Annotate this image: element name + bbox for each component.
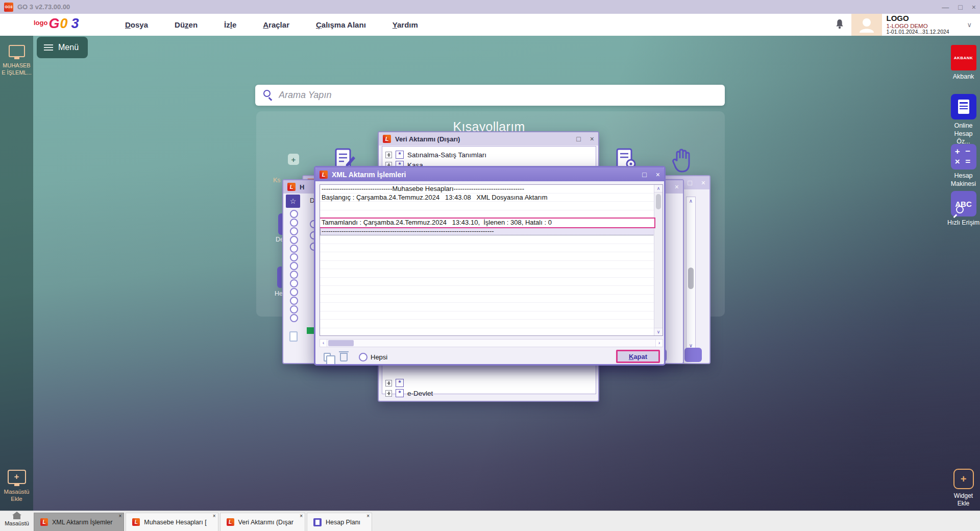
tree-expand-icon[interactable] <box>385 380 392 387</box>
log-row[interactable]: Tamamlandı : Çarşamba.24.Temmuz.2024 13:… <box>320 219 654 227</box>
taskbar-tab[interactable]: L Veri Aktarımı (Dışar × <box>220 513 305 531</box>
taskbar-tab[interactable]: L Muhasebe Hesapları [ × <box>126 513 218 531</box>
menu-item[interactable]: Düzen <box>175 20 198 29</box>
row-checkbox[interactable] <box>290 271 298 279</box>
log-row[interactable] <box>320 261 654 270</box>
menu-item[interactable]: Çalışma Alanı <box>316 20 366 29</box>
menu-item[interactable]: Dosya <box>125 20 148 29</box>
widget-add-button[interactable]: + Widget Ekle <box>947 469 980 508</box>
log-list[interactable]: --------------------------------Muhasebe… <box>320 184 663 336</box>
row-checkbox[interactable] <box>290 253 298 261</box>
log-row[interactable] <box>320 320 654 328</box>
search-bar[interactable] <box>255 85 725 106</box>
star-column-header[interactable]: ☆ <box>286 195 300 208</box>
log-row[interactable] <box>320 210 654 219</box>
menu-item[interactable]: İzle <box>224 20 236 29</box>
tab-close-icon[interactable]: × <box>300 514 303 519</box>
scrollbar-thumb[interactable] <box>688 268 694 289</box>
menu-item[interactable]: Yardım <box>393 20 418 29</box>
scroll-down-icon[interactable]: ∨ <box>654 328 663 335</box>
row-checkbox[interactable] <box>290 305 298 313</box>
log-row[interactable]: --------------------------------Muhasebe… <box>320 185 654 194</box>
close-icon[interactable]: × <box>675 183 679 191</box>
taskbar-tab[interactable]: L XML Aktarım İşlemler × <box>34 513 124 531</box>
trash-icon[interactable] <box>340 353 348 361</box>
sidebar-item-hizli-erisim[interactable]: ABC Hızlı Erişim <box>947 191 980 227</box>
log-row[interactable] <box>320 235 654 244</box>
tree-check-icon[interactable]: * <box>396 389 404 397</box>
tree-check-icon[interactable]: * <box>396 379 404 387</box>
copy-icon[interactable] <box>324 353 331 361</box>
sidebar-item-hesap-makinesi[interactable]: + − × = Hesap Makinesi <box>947 144 980 188</box>
log-row[interactable] <box>320 328 654 336</box>
row-checkbox[interactable] <box>290 279 298 287</box>
log-row[interactable] <box>320 311 654 320</box>
shortcut-hand-icon[interactable] <box>672 148 694 176</box>
tab-close-icon[interactable]: × <box>366 514 370 519</box>
tree-expand-icon[interactable] <box>385 390 392 397</box>
scroll-left-icon[interactable]: ‹ <box>320 340 327 347</box>
notification-bell-icon[interactable] <box>835 19 844 31</box>
scrollbar-thumb[interactable] <box>656 194 661 209</box>
horizontal-scrollbar[interactable]: ‹ › <box>320 339 663 347</box>
chevron-down-icon[interactable]: ∨ <box>967 21 972 29</box>
taskbar-home-button[interactable]: Masaüstü <box>0 511 34 531</box>
log-row[interactable] <box>320 244 654 253</box>
dialog-titlebar[interactable]: L Veri Aktarımı (Dışarı) □ × <box>379 132 598 146</box>
close-icon[interactable]: × <box>590 135 594 143</box>
tab-close-icon[interactable]: × <box>118 514 121 519</box>
scroll-right-icon[interactable]: › <box>655 340 663 347</box>
maximize-icon[interactable]: □ <box>576 135 580 143</box>
row-checkbox[interactable] <box>290 245 298 253</box>
log-row[interactable] <box>320 252 654 261</box>
log-row[interactable] <box>320 202 654 210</box>
log-row[interactable] <box>320 295 654 303</box>
log-row[interactable] <box>320 286 654 295</box>
maximize-icon[interactable]: □ <box>642 171 646 179</box>
sidebar-item-online-hesap[interactable]: Online Hesap Öz... <box>947 94 980 146</box>
row-checkbox[interactable] <box>290 219 298 227</box>
row-checkbox[interactable] <box>290 297 298 305</box>
avatar[interactable] <box>851 14 882 36</box>
scrollbar-thumb[interactable] <box>328 340 354 346</box>
close-icon[interactable]: × <box>701 179 705 187</box>
kapat-button[interactable]: Kapat <box>616 350 660 363</box>
maximize-icon[interactable]: □ <box>958 3 962 11</box>
scroll-up-icon[interactable]: ∧ <box>687 198 695 204</box>
add-shortcut-button[interactable]: + <box>288 154 299 165</box>
close-icon[interactable]: × <box>972 3 976 11</box>
menu-item[interactable]: Araçlar <box>263 20 289 29</box>
scroll-up-icon[interactable]: ∧ <box>654 185 663 192</box>
tree-row[interactable]: * <box>382 378 596 388</box>
vertical-scrollbar[interactable]: ∧ ∨ <box>686 197 696 350</box>
tree-row[interactable]: * Satınalma-Satış Tanımları <box>382 150 596 160</box>
tree-expand-icon[interactable] <box>385 152 392 158</box>
row-checkbox[interactable] <box>290 314 298 322</box>
log-row[interactable] <box>320 278 654 286</box>
log-row[interactable]: ----------------------------------------… <box>320 227 654 236</box>
desktop-add-button[interactable]: + Masaüstü Ekle <box>0 470 33 503</box>
dialog-titlebar[interactable]: L XML Aktarım İşlemleri □ × <box>315 167 664 181</box>
taskbar-tab[interactable]: L Hesap Planı × <box>307 513 372 531</box>
log-row[interactable] <box>320 303 654 311</box>
maximize-icon[interactable]: □ <box>688 179 692 187</box>
close-icon[interactable]: × <box>656 171 660 179</box>
window-button-fragment[interactable] <box>684 348 702 362</box>
row-checkbox[interactable] <box>290 288 298 296</box>
vertical-scrollbar[interactable]: ∧ ∨ <box>654 185 663 335</box>
minimize-icon[interactable]: — <box>942 3 949 11</box>
row-checkbox[interactable] <box>290 262 298 270</box>
log-row[interactable]: Başlangıç : Çarşamba.24.Temmuz.2024 13:4… <box>320 194 654 202</box>
row-checkbox[interactable] <box>290 227 298 235</box>
sidebar-item-akbank[interactable]: AKBANK Akbank <box>947 45 980 81</box>
tab-close-icon[interactable]: × <box>213 514 216 519</box>
hepsi-checkbox[interactable] <box>359 353 368 361</box>
tree-row[interactable]: * e-Devlet <box>382 388 596 398</box>
row-checkbox[interactable] <box>290 236 298 244</box>
menu-button[interactable]: Menü <box>37 37 88 58</box>
log-row[interactable] <box>320 269 654 278</box>
sidebar-item-muhasebe[interactable]: MUHASEBE İŞLEML... <box>0 45 33 77</box>
user-info[interactable]: LOGO 1-LOGO DEMO 1-01.01.2024...31.12.20… <box>886 14 963 35</box>
row-checkbox[interactable] <box>290 210 298 218</box>
search-input[interactable] <box>255 85 725 106</box>
